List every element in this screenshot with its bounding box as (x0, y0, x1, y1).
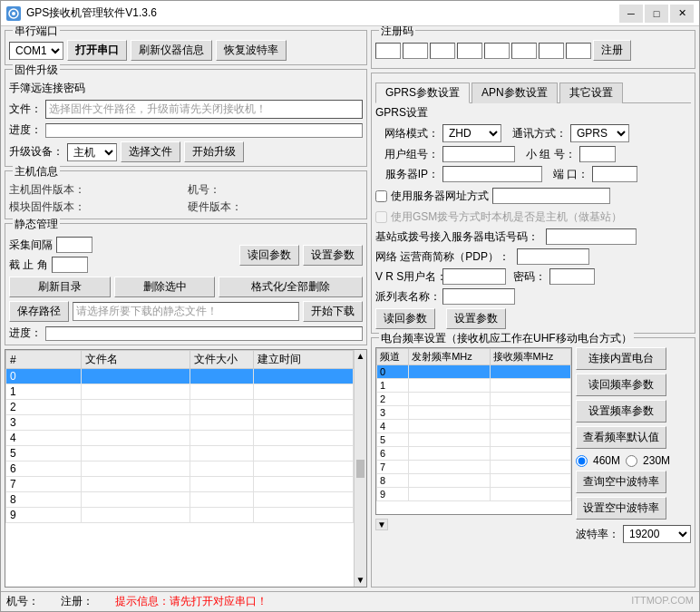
register-button[interactable]: 注册 (593, 40, 631, 61)
freq-table: 频道 发射频率MHz 接收频率MHz 0 1 2 3 (376, 348, 571, 501)
set-params-button[interactable]: 设置参数 (303, 245, 363, 266)
reg-input-1[interactable] (375, 43, 401, 59)
read-params-button[interactable]: 读回参数 (239, 245, 299, 266)
file-table-scroll[interactable]: # 文件名 文件大小 建立时间 0 1 2 3 4 5 (5, 350, 354, 587)
freq-row[interactable]: 2 (377, 393, 571, 406)
port-select[interactable]: COM1 (9, 42, 63, 60)
reg-input-6[interactable] (511, 43, 537, 59)
reg-input-7[interactable] (539, 43, 564, 59)
firmware-progress-bar (45, 123, 363, 138)
window-controls: ─ □ ✕ (619, 5, 694, 23)
base-station-input[interactable]: 1234567890 (546, 228, 637, 245)
baud-select[interactable]: 19200 (623, 525, 691, 543)
baud-label: 波特率： (576, 527, 619, 542)
delete-selected-button[interactable]: 删除选中 (114, 277, 216, 297)
check-default-btn[interactable]: 查看频率默认值 (576, 426, 666, 449)
maximize-button[interactable]: □ (645, 5, 668, 23)
freq-row[interactable]: 6 (377, 447, 571, 461)
gprs-form: 网络模式： ZHD 通讯方式： GPRS 用户组号： 0020001 小 组 号… (375, 124, 691, 329)
scroll-down-btn[interactable]: ▼ (355, 574, 366, 587)
freq-row[interactable]: 0 (377, 365, 571, 379)
vrs-user-input[interactable]: 123 (442, 268, 506, 285)
table-row[interactable]: 8 (6, 492, 354, 508)
table-row[interactable]: 1 (6, 384, 354, 400)
table-row[interactable]: 3 (6, 415, 354, 431)
reg-input-8[interactable] (566, 43, 591, 59)
set-freq-btn[interactable]: 设置频率参数 (576, 400, 666, 423)
tab-apn[interactable]: APN参数设置 (472, 83, 558, 103)
freq-row[interactable]: 7 (377, 461, 571, 474)
table-row[interactable]: 5 (6, 446, 354, 461)
gprs-read-params-button[interactable]: 读回参数 (375, 308, 435, 329)
interval-input[interactable]: 1 (56, 237, 92, 253)
tab-gprs[interactable]: GPRS参数设置 (375, 83, 470, 103)
start-upgrade-button[interactable]: 开始升级 (184, 141, 244, 162)
table-row[interactable]: 4 (6, 431, 354, 446)
group-no-input[interactable]: 001 (579, 146, 616, 162)
file-table: # 文件名 文件大小 建立时间 0 1 2 3 4 5 (5, 350, 354, 523)
select-file-button[interactable]: 选择文件 (121, 141, 180, 162)
format-button[interactable]: 格式化/全部删除 (219, 277, 363, 297)
reg-input-2[interactable] (403, 43, 428, 59)
restore-baud-button[interactable]: 恢复波特率 (216, 40, 287, 61)
set-air-btn[interactable]: 设置空中波特率 (576, 497, 666, 520)
port-input[interactable]: 9000 (592, 166, 637, 182)
server-ip-input[interactable]: 202.96.185.34 (442, 166, 542, 182)
baud-row: 波特率： 19200 (576, 525, 691, 543)
start-download-button[interactable]: 开始下载 (303, 301, 363, 322)
registration-row: 注册 (375, 40, 691, 61)
minimize-button[interactable]: ─ (619, 5, 643, 23)
freq-row[interactable]: 8 (377, 474, 571, 488)
machine-info-title: 主机信息 (13, 164, 60, 180)
serial-row: COM1 打开串口 刷新仪器信息 恢复波特率 (9, 40, 363, 61)
vrs-pwd-label: 密码： (513, 269, 546, 285)
table-row[interactable]: 6 (6, 461, 354, 477)
file-label: 文件： (9, 102, 42, 117)
read-freq-btn[interactable]: 读回频率参数 (576, 374, 666, 396)
comm-mode-select[interactable]: GPRS (570, 124, 629, 142)
table-scrollbar[interactable]: ▲ ▼ (354, 350, 366, 587)
use-gsm-checkbox[interactable] (375, 211, 387, 223)
use-server-url-checkbox[interactable] (375, 190, 387, 202)
radio-460m[interactable] (576, 455, 588, 467)
col-num: # (6, 351, 82, 369)
save-path-button[interactable]: 保存路径 (9, 301, 69, 322)
vrs-pwd-input[interactable]: 321 (549, 268, 595, 285)
main-window: GPS接收机管理软件V1.3.6 ─ □ ✕ 串行端口 COM1 打开串口 刷新… (0, 0, 700, 612)
freq-row[interactable]: 3 (377, 406, 571, 420)
scroll-thumb (356, 460, 365, 478)
freq-row[interactable]: 5 (377, 433, 571, 447)
freq-table-container[interactable]: 频道 发射频率MHz 接收频率MHz 0 1 2 3 (375, 347, 572, 515)
refresh-info-button[interactable]: 刷新仪器信息 (131, 40, 212, 61)
reg-input-4[interactable] (457, 43, 482, 59)
query-air-btn[interactable]: 查询空中波特率 (576, 471, 666, 493)
connect-internal-btn[interactable]: 连接内置电台 (576, 347, 666, 370)
table-row[interactable]: 0 (6, 369, 354, 384)
scroll-up-btn[interactable]: ▲ (355, 350, 366, 363)
freq-row[interactable]: 4 (377, 420, 571, 433)
close-button[interactable]: ✕ (670, 5, 694, 23)
freq-scroll-down[interactable]: ▼ (375, 519, 388, 530)
user-id-input[interactable]: 0020001 (442, 146, 515, 162)
refresh-dir-button[interactable]: 刷新目录 (9, 277, 111, 297)
carrier-input[interactable]: CMNET (517, 248, 589, 265)
reg-input-3[interactable] (430, 43, 455, 59)
table-row[interactable]: 7 (6, 477, 354, 492)
gprs-set-params-button[interactable]: 设置参数 (446, 308, 506, 329)
open-port-button[interactable]: 打开串口 (67, 40, 127, 61)
device-select[interactable]: 主机 (67, 143, 117, 161)
main-content: 串行端口 COM1 打开串口 刷新仪器信息 恢复波特率 固件升级 手簿远连接密码 (1, 26, 699, 591)
table-row[interactable]: 2 (6, 400, 354, 415)
freq-row[interactable]: 9 (377, 488, 571, 501)
vrs-user-label: V R S用户名： (375, 269, 439, 285)
network-mode-select[interactable]: ZHD (442, 124, 501, 142)
server-url-input[interactable]: hd-cors.gicp.net (492, 188, 610, 204)
freq-row[interactable]: 1 (377, 379, 571, 393)
reg-input-5[interactable] (484, 43, 510, 59)
radio-230m[interactable] (626, 455, 637, 467)
table-row[interactable]: 9 (6, 508, 354, 523)
rtcm-input[interactable]: RTCM (442, 288, 515, 305)
cutoff-input[interactable]: 12 (52, 257, 88, 273)
tab-other[interactable]: 其它设置 (559, 83, 623, 103)
freq-table-wrapper: 频道 发射频率MHz 接收频率MHz 0 1 2 3 (375, 347, 572, 543)
